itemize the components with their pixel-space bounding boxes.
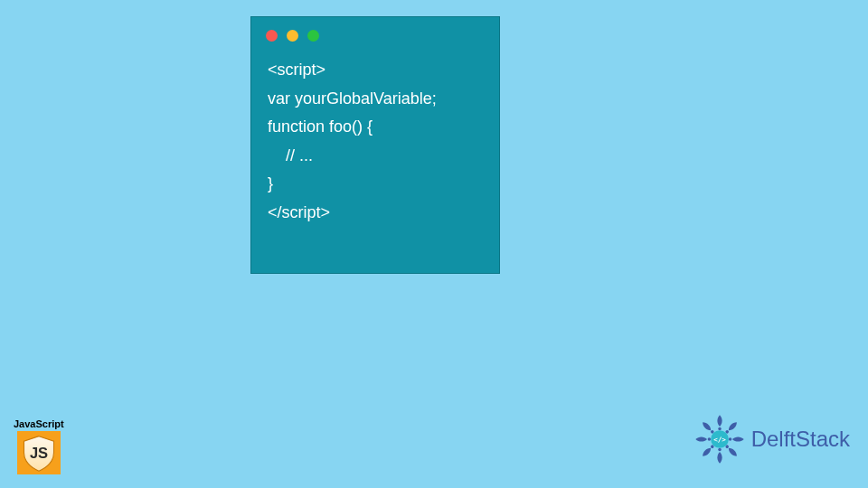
svg-point-7 xyxy=(707,437,710,440)
minimize-icon[interactable] xyxy=(287,30,298,42)
svg-point-1 xyxy=(718,427,721,430)
code-line: var yourGlobalVariable; xyxy=(268,85,483,114)
close-icon[interactable] xyxy=(266,30,278,42)
svg-text:</>: </> xyxy=(713,436,726,444)
javascript-label: JavaScript xyxy=(14,418,64,429)
code-window: <script> var yourGlobalVariable; functio… xyxy=(250,16,500,274)
code-line: } xyxy=(268,170,483,199)
window-controls xyxy=(251,17,499,49)
svg-point-5 xyxy=(718,448,721,451)
code-line: </script> xyxy=(268,199,483,228)
code-line: function foo() { xyxy=(268,113,483,142)
delftstack-text: DelftStack xyxy=(751,427,850,452)
svg-point-3 xyxy=(728,437,731,440)
maximize-icon[interactable] xyxy=(307,30,319,42)
js-badge-icon: JS xyxy=(17,431,61,474)
delftstack-icon: </> xyxy=(693,413,746,465)
delftstack-logo: </> DelftStack xyxy=(693,413,850,465)
code-line: <script> xyxy=(268,56,483,85)
code-content: <script> var yourGlobalVariable; functio… xyxy=(251,49,499,234)
code-line: // ... xyxy=(268,142,483,171)
svg-text:JS: JS xyxy=(30,445,48,461)
javascript-logo: JavaScript JS xyxy=(14,418,64,474)
